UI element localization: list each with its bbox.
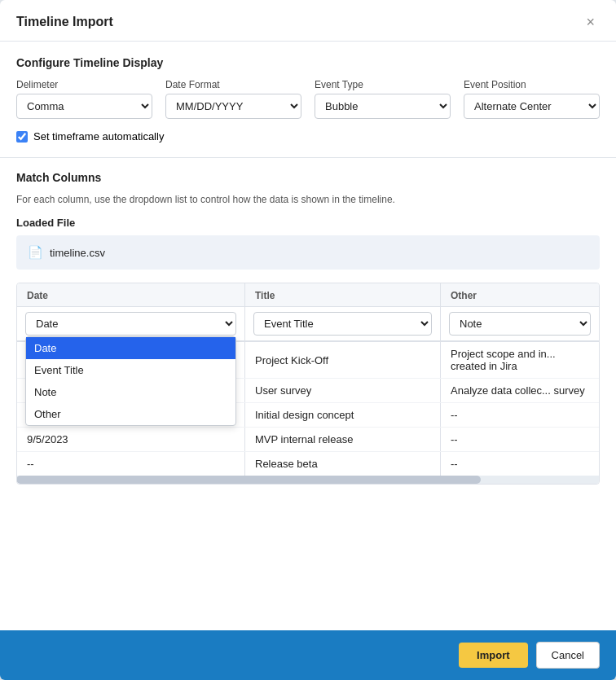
other-col-dropdown-cell: Date Event Title Note Other: [441, 307, 599, 341]
dropdown-row: Date Event Title Note Other Date Event T…: [17, 307, 599, 342]
other-cell-4: --: [441, 428, 599, 451]
other-cell-1: Project scope and in... created in Jira: [441, 342, 599, 378]
columns-table: Date Title Other Date Event Title Note O…: [16, 283, 600, 485]
delimeter-select[interactable]: Comma Semicolon Tab Pipe: [16, 94, 152, 119]
dialog-header: Timeline Import ×: [0, 0, 616, 42]
timeline-import-dialog: Timeline Import × Configure Timeline Dis…: [0, 0, 616, 680]
event-position-field-group: Event Position Alternate Center Above Be…: [464, 79, 600, 119]
date-format-label: Date Format: [165, 79, 301, 90]
file-box: 📄 timeline.csv: [16, 235, 600, 270]
table-row: -- Release beta --: [17, 452, 599, 476]
date-format-select[interactable]: MM/DD/YYYY DD/MM/YYYY YYYY-MM-DD: [165, 94, 301, 119]
match-columns-section: Match Columns For each column, use the d…: [16, 171, 600, 205]
delimeter-label: Delimeter: [16, 79, 152, 90]
date-col-select[interactable]: Date Event Title Note Other: [25, 312, 236, 336]
title-col-dropdown-cell: Date Event Title Note Other: [245, 307, 441, 341]
table-row: 9/5/2023 MVP internal release --: [17, 428, 599, 452]
dialog-title: Timeline Import: [16, 15, 113, 29]
other-cell-5: --: [441, 452, 599, 476]
date-cell-4: 9/5/2023: [17, 428, 245, 451]
file-icon: 📄: [28, 245, 43, 260]
title-cell-5: Release beta: [245, 452, 441, 476]
dd-item-other[interactable]: Other: [26, 403, 235, 425]
title-cell-4: MVP internal release: [245, 428, 441, 451]
col-title-header: Title: [245, 283, 441, 306]
title-cell-3: Initial design concept: [245, 403, 441, 427]
col-other-header: Other: [441, 283, 599, 306]
title-col-select[interactable]: Date Event Title Note Other: [253, 312, 432, 336]
import-button[interactable]: Import: [459, 643, 527, 668]
other-cell-3: --: [441, 403, 599, 427]
close-button[interactable]: ×: [581, 13, 600, 31]
configure-section: Configure Timeline Display Delimeter Com…: [16, 56, 600, 143]
date-format-field-group: Date Format MM/DD/YYYY DD/MM/YYYY YYYY-M…: [165, 79, 301, 119]
scrollbar-thumb[interactable]: [16, 476, 481, 484]
date-col-dropdown-open: Date Event Title Note Other: [25, 336, 236, 426]
date-cell-5: --: [17, 452, 245, 476]
cancel-button[interactable]: Cancel: [536, 642, 600, 669]
event-position-label: Event Position: [464, 79, 600, 90]
event-type-field-group: Event Type Bubble Bar Diamond: [315, 79, 451, 119]
scrollbar-track[interactable]: [16, 476, 600, 484]
table-header-row: Date Title Other: [17, 283, 599, 307]
dd-item-event-title[interactable]: Event Title: [26, 359, 235, 381]
dd-item-note[interactable]: Note: [26, 381, 235, 403]
dialog-body: Configure Timeline Display Delimeter Com…: [0, 42, 616, 630]
file-name: timeline.csv: [50, 247, 105, 259]
configure-section-title: Configure Timeline Display: [16, 56, 600, 69]
match-columns-description: For each column, use the dropdown list t…: [16, 194, 600, 205]
event-position-select[interactable]: Alternate Center Above Below: [464, 94, 600, 119]
dd-item-date[interactable]: Date: [26, 337, 235, 359]
match-columns-title: Match Columns: [16, 171, 600, 184]
section-divider-1: [0, 157, 616, 158]
set-timeframe-label: Set timeframe automatically: [33, 130, 164, 143]
date-col-dropdown-cell: Date Event Title Note Other Date Event T…: [17, 307, 245, 341]
title-cell-1: Project Kick-Off: [245, 342, 441, 378]
configure-fields-row: Delimeter Comma Semicolon Tab Pipe Date …: [16, 79, 600, 119]
loaded-file-label: Loaded File: [16, 217, 600, 229]
loaded-file-section: Loaded File 📄 timeline.csv: [16, 217, 600, 270]
dialog-footer: Import Cancel: [0, 630, 616, 680]
other-col-select[interactable]: Date Event Title Note Other: [449, 312, 591, 336]
other-cell-2: Analyze data collec... survey: [441, 379, 599, 402]
col-date-header: Date: [17, 283, 245, 306]
set-timeframe-row: Set timeframe automatically: [16, 130, 600, 143]
set-timeframe-checkbox[interactable]: [16, 131, 28, 143]
event-type-label: Event Type: [315, 79, 451, 90]
delimeter-field-group: Delimeter Comma Semicolon Tab Pipe: [16, 79, 152, 119]
title-cell-2: User survey: [245, 379, 441, 402]
event-type-select[interactable]: Bubble Bar Diamond: [315, 94, 451, 119]
